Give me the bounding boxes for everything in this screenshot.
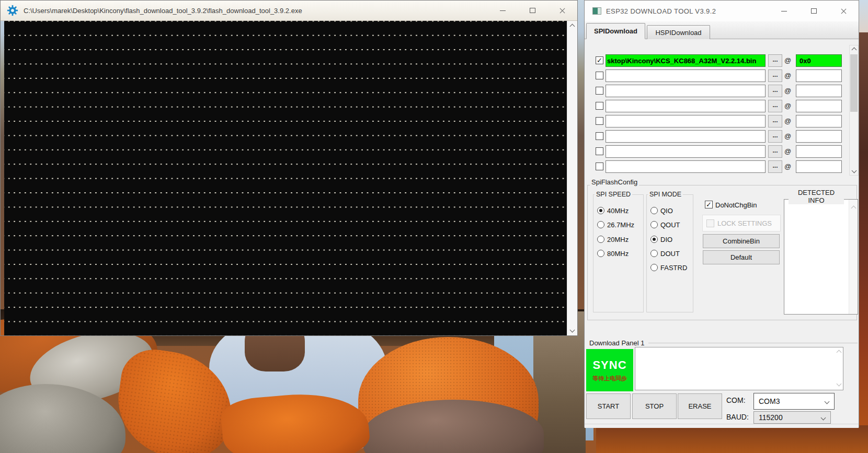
file-path-field[interactable]	[606, 69, 766, 82]
file-path-field[interactable]	[606, 130, 766, 143]
radio-label-20mhz[interactable]: 20MHz	[607, 236, 629, 243]
radio-label-qout[interactable]: QOUT	[660, 221, 680, 229]
combinebin-button[interactable]: CombineBin	[703, 234, 780, 248]
file-path-field[interactable]	[606, 160, 766, 173]
flash-address-field[interactable]	[796, 69, 842, 82]
file-row: ... @	[585, 69, 849, 82]
scrollbar-thumb[interactable]	[850, 54, 858, 112]
minimize-button[interactable]	[488, 1, 518, 20]
maximize-button[interactable]	[799, 1, 829, 21]
radio-26mhz[interactable]	[597, 221, 604, 228]
at-label: @	[784, 147, 791, 155]
browse-button[interactable]: ...	[768, 160, 782, 173]
start-button[interactable]: START	[586, 393, 631, 419]
donotchgbin-checkbox[interactable]: ✓	[705, 201, 713, 208]
scroll-down-icon[interactable]	[837, 381, 842, 387]
donotchgbin-label[interactable]: DoNotChgBin	[715, 201, 757, 209]
console-output[interactable]	[4, 21, 567, 335]
file-list-scrollbar[interactable]	[849, 45, 859, 176]
file-path-field[interactable]	[606, 115, 766, 127]
baud-rate-select[interactable]: 115200	[753, 411, 831, 424]
radio-label-40mhz[interactable]: 40MHz	[607, 207, 629, 215]
radio-dio[interactable]	[650, 236, 658, 243]
file-path-field[interactable]: sktop\Kincony\KCS_KC868_A32M_V2.2.14.bin	[606, 54, 766, 67]
esp32-titlebar[interactable]: ESP32 DOWNLOAD TOOL V3.9.2	[585, 1, 859, 21]
radio-20mhz[interactable]	[597, 236, 604, 243]
scroll-down-icon[interactable]	[851, 168, 856, 173]
radio-dout[interactable]	[650, 250, 658, 257]
file-checkbox[interactable]	[596, 162, 603, 170]
detected-info-panel[interactable]	[784, 199, 858, 315]
scroll-up-icon[interactable]	[851, 206, 856, 211]
console-scrollbar[interactable]	[567, 21, 577, 335]
tab-spidownload[interactable]: SPIDownload	[586, 23, 645, 39]
default-button[interactable]: Default	[703, 250, 780, 264]
detected-info-scrollbar[interactable]	[849, 200, 858, 314]
file-path-field[interactable]	[606, 145, 766, 158]
erase-button[interactable]: ERASE	[678, 393, 722, 419]
radio-label-80mhz[interactable]: 80MHz	[607, 250, 629, 258]
browse-button[interactable]: ...	[768, 85, 782, 97]
spiflashconfig-label: SpiFlashConfig	[590, 178, 639, 186]
radio-label-dout[interactable]: DOUT	[660, 250, 680, 258]
radio-qout[interactable]	[650, 221, 658, 228]
flash-address-field[interactable]	[796, 115, 842, 127]
browse-button[interactable]: ...	[768, 69, 782, 82]
browse-button[interactable]: ...	[768, 145, 782, 158]
file-row: ... @	[585, 85, 849, 97]
spi-speed-label: SPI SPEED	[595, 191, 632, 198]
browse-button[interactable]: ...	[768, 115, 782, 127]
close-button[interactable]	[547, 1, 577, 20]
lock-settings-checkbox	[706, 219, 714, 227]
download-panel-groupline	[648, 343, 858, 343]
flash-address-field[interactable]	[796, 130, 842, 143]
minimize-button[interactable]	[769, 1, 799, 21]
file-checkbox[interactable]	[596, 132, 603, 140]
file-path-field[interactable]	[606, 85, 766, 97]
scroll-up-icon[interactable]	[851, 48, 856, 53]
radio-label-dio[interactable]: DIO	[660, 236, 672, 243]
esp32-download-tool-window: ESP32 DOWNLOAD TOOL V3.9.2 SPIDownload H…	[584, 0, 859, 427]
file-checkbox[interactable]	[596, 72, 603, 79]
maximize-icon	[811, 8, 817, 14]
radio-80mhz[interactable]	[597, 250, 604, 257]
flash-address-field[interactable]	[796, 100, 842, 112]
sync-label: SYNC	[592, 358, 626, 372]
radio-label-fastrd[interactable]: FASTRD	[660, 264, 687, 272]
flash-address-field[interactable]	[796, 160, 842, 173]
radio-fastrd[interactable]	[650, 264, 658, 271]
radio-label-26mhz[interactable]: 26.7MHz	[607, 221, 634, 229]
flash-address-field[interactable]	[796, 145, 842, 158]
flash-address-field[interactable]: 0x0	[796, 54, 842, 67]
tab-hspidownload[interactable]: HSPIDownload	[647, 25, 710, 39]
radio-qio[interactable]	[650, 207, 658, 214]
window-bottom-strip	[585, 424, 859, 428]
com-port-select[interactable]: COM3	[753, 393, 835, 410]
close-button[interactable]	[829, 1, 859, 21]
file-checkbox[interactable]	[596, 87, 603, 95]
flash-address-field[interactable]	[796, 85, 842, 97]
file-path-field[interactable]	[606, 100, 766, 112]
radio-label-qio[interactable]: QIO	[660, 207, 673, 215]
browse-button[interactable]: ...	[768, 54, 782, 67]
detected-info-label: DETECTED INFO	[789, 189, 844, 204]
maximize-button[interactable]	[518, 1, 547, 20]
browse-button[interactable]: ...	[768, 100, 782, 112]
file-checkbox[interactable]: ✓	[596, 56, 603, 64]
file-checkbox[interactable]	[596, 102, 603, 110]
scroll-up-icon[interactable]	[837, 350, 842, 355]
file-checkbox[interactable]	[596, 147, 603, 155]
file-checkbox[interactable]	[596, 117, 603, 125]
com-label: COM:	[726, 396, 746, 404]
download-log-area[interactable]	[635, 347, 843, 390]
browse-button[interactable]: ...	[768, 130, 782, 143]
firmware-file-list: ✓ sktop\Kincony\KCS_KC868_A32M_V2.2.14.b…	[585, 42, 849, 175]
gear-icon	[7, 5, 18, 16]
stop-button[interactable]: STOP	[632, 393, 677, 419]
radio-40mhz[interactable]	[597, 207, 604, 214]
file-row: ... @	[585, 130, 849, 143]
scroll-down-icon[interactable]	[570, 328, 575, 333]
scroll-up-icon[interactable]	[570, 24, 575, 29]
file-row: ... @	[585, 100, 849, 112]
console-titlebar[interactable]: C:\Users\marek\Desktop\Kincony\flash_dow…	[1, 1, 577, 21]
